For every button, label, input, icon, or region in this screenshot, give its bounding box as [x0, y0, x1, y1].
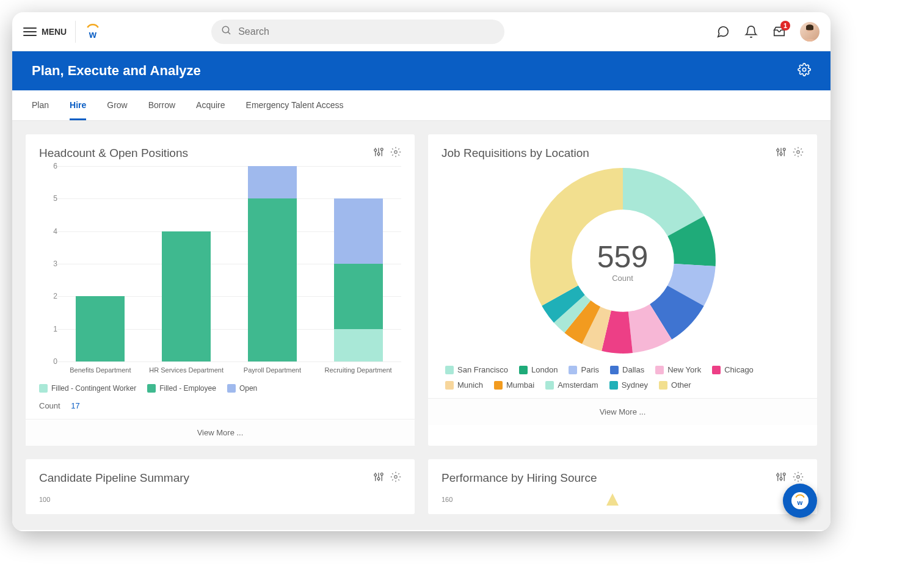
card-title: Headcount & Open Positions	[39, 147, 188, 160]
page-title: Plan, Execute and Analyze	[32, 63, 201, 79]
x-axis-label: HR Services Department	[147, 366, 226, 374]
bar-segment[interactable]	[334, 329, 383, 361]
tab-bar: PlanHireGrowBorrowAcquireEmergency Talen…	[12, 90, 831, 121]
svg-point-27	[777, 474, 779, 476]
bar-segment[interactable]	[162, 231, 211, 361]
svg-point-1	[222, 26, 229, 33]
top-bar: MENU w 1	[12, 12, 831, 51]
svg-point-18	[797, 151, 800, 154]
card-title: Performance by Hiring Source	[442, 471, 597, 485]
svg-point-24	[380, 473, 383, 475]
svg-point-15	[780, 153, 782, 155]
svg-point-10	[380, 148, 383, 151]
legend-item[interactable]: Chicago	[712, 365, 754, 374]
app-frame: MENU w 1 P	[12, 12, 831, 531]
sliders-icon[interactable]	[776, 471, 787, 485]
svg-point-20	[374, 474, 377, 476]
legend-item[interactable]: Mumbai	[494, 380, 534, 390]
tab-plan[interactable]: Plan	[32, 90, 49, 120]
y-tick: 160	[442, 496, 453, 503]
tab-borrow[interactable]: Borrow	[148, 90, 175, 120]
hamburger-icon	[23, 27, 37, 36]
donut-chart: 559 Count	[528, 166, 718, 355]
bar-segment[interactable]	[248, 166, 297, 198]
menu-button[interactable]: MENU	[23, 27, 67, 37]
card-pipeline: Candidate Pipeline Summary 100	[26, 459, 415, 514]
legend-item[interactable]: Filled - Contingent Worker	[39, 384, 136, 393]
svg-point-25	[394, 475, 398, 478]
svg-text:w: w	[797, 499, 803, 506]
count-summary: Count 17	[39, 401, 401, 410]
bar-legend: Filled - Contingent WorkerFilled - Emplo…	[39, 384, 401, 393]
svg-line-2	[228, 32, 230, 34]
donut-legend: San FranciscoLondonParisDallasNew YorkCh…	[442, 365, 804, 390]
sliders-icon[interactable]	[373, 147, 384, 160]
legend-item[interactable]: Paris	[569, 365, 599, 374]
tab-emergency-talent-access[interactable]: Emergency Talent Access	[246, 90, 344, 120]
donut-center-label: Count	[612, 274, 633, 283]
assistant-icon: w	[791, 492, 809, 509]
view-more-link[interactable]: View More ...	[26, 419, 415, 446]
page-settings-button[interactable]	[798, 63, 811, 79]
svg-point-31	[783, 473, 785, 475]
gear-icon[interactable]	[390, 471, 401, 485]
legend-item[interactable]: Dallas	[610, 365, 644, 374]
bar-segment[interactable]	[334, 198, 383, 264]
svg-text:w: w	[89, 29, 97, 39]
bar-segment[interactable]	[248, 198, 297, 361]
tab-hire[interactable]: Hire	[70, 90, 86, 120]
bar-segment[interactable]	[76, 296, 125, 361]
x-axis-label: Payroll Department	[233, 366, 312, 374]
inbox-icon[interactable]: 1	[772, 24, 787, 39]
legend-item[interactable]: London	[519, 365, 558, 374]
legend-item[interactable]: New York	[655, 365, 701, 374]
top-icons: 1	[716, 22, 820, 42]
card-title: Job Requisitions by Location	[442, 147, 589, 160]
page-header: Plan, Execute and Analyze	[12, 51, 831, 90]
gear-icon[interactable]	[793, 147, 804, 160]
user-avatar[interactable]	[800, 22, 820, 42]
sliders-icon[interactable]	[373, 471, 384, 485]
gear-icon[interactable]	[390, 147, 401, 160]
legend-item[interactable]: Amsterdam	[545, 380, 598, 390]
assistant-fab[interactable]: w	[783, 484, 817, 518]
dashboard-content: Headcount & Open Positions 0123456Benefi…	[12, 121, 831, 530]
svg-point-6	[374, 149, 377, 151]
view-more-link[interactable]: View More ...	[428, 398, 817, 425]
count-label: Count	[39, 401, 60, 410]
y-tick: 100	[39, 496, 401, 503]
svg-marker-33	[606, 493, 619, 506]
svg-point-22	[377, 477, 380, 480]
card-title: Candidate Pipeline Summary	[39, 471, 189, 485]
bar-segment[interactable]	[334, 264, 383, 329]
search-bar[interactable]	[211, 20, 504, 44]
card-performance: Performance by Hiring Source 160	[428, 459, 817, 514]
bar-chart: 0123456Benefits DepartmentHR Services De…	[39, 166, 401, 374]
legend-item[interactable]: San Francisco	[445, 365, 508, 374]
app-logo[interactable]: w	[84, 23, 101, 40]
x-axis-label: Recruiting Department	[319, 366, 398, 374]
legend-item[interactable]: Other	[659, 380, 691, 390]
legend-item[interactable]: Sydney	[609, 380, 648, 390]
search-icon	[221, 25, 232, 38]
donut-center-value: 559	[597, 239, 648, 275]
svg-point-4	[802, 68, 806, 71]
card-headcount: Headcount & Open Positions 0123456Benefi…	[26, 134, 415, 446]
bell-icon[interactable]	[744, 24, 758, 39]
search-input[interactable]	[238, 26, 495, 37]
svg-point-17	[783, 148, 785, 151]
legend-item[interactable]: Munich	[445, 380, 483, 390]
menu-label: MENU	[42, 27, 67, 37]
svg-point-29	[780, 477, 782, 480]
legend-item[interactable]: Open	[227, 384, 257, 393]
sliders-icon[interactable]	[776, 147, 787, 160]
legend-item[interactable]: Filled - Employee	[147, 384, 216, 393]
count-value: 17	[71, 401, 79, 410]
gear-icon[interactable]	[793, 471, 804, 485]
tab-acquire[interactable]: Acquire	[196, 90, 225, 120]
divider	[75, 21, 76, 43]
chat-icon[interactable]	[716, 24, 730, 39]
svg-point-11	[394, 151, 398, 154]
tab-grow[interactable]: Grow	[107, 90, 127, 120]
inbox-badge: 1	[780, 21, 790, 31]
